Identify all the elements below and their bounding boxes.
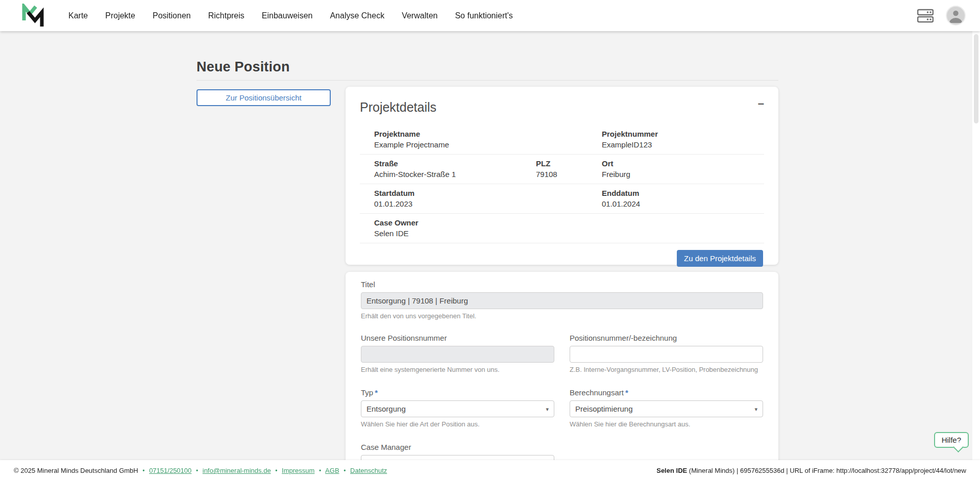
typ-helper: Wählen Sie hier die Art der Position aus… — [361, 420, 554, 428]
separator-dot: • — [344, 467, 346, 474]
unsere-positionsnummer-label: Unsere Positionsnummer — [361, 334, 554, 342]
positionsnummer-field: Positionsnummer/-bezeichnung Z.B. Intern… — [570, 334, 763, 373]
projektnummer-label: Projektnummer — [602, 130, 764, 138]
chevron-down-icon: ▾ — [546, 406, 549, 413]
mineral-minds-logo[interactable] — [21, 4, 48, 28]
projektname-label: Projektname — [374, 130, 602, 138]
form-grid: Unsere Positionsnummer Erhält eine syste… — [361, 334, 763, 472]
footer-link-phone[interactable]: 07151/250100 — [149, 467, 191, 474]
nav-item-verwalten[interactable]: Verwalten — [402, 11, 437, 20]
titel-label: Titel — [361, 280, 763, 289]
separator-dot: • — [319, 467, 321, 474]
positionsnummer-helper: Z.B. Interne-Vorgangsnummer, LV-Position… — [570, 366, 763, 373]
typ-label: Typ* — [361, 388, 554, 397]
titel-input — [361, 292, 763, 309]
new-position-form-card: Titel Erhält den von uns vorgegebenen Ti… — [346, 272, 778, 481]
typ-select-value: Entsorgung — [366, 404, 406, 413]
projektname-value: Example Projectname — [374, 140, 602, 149]
projektname-cell: Projektname Example Projectname — [374, 130, 602, 149]
enddatum-label: Enddatum — [602, 189, 764, 197]
strasse-label: Straße — [374, 159, 536, 168]
chevron-down-icon: ▾ — [754, 406, 757, 413]
server-icon[interactable] — [917, 9, 934, 23]
required-marker: * — [625, 388, 628, 397]
unsere-positionsnummer-input — [361, 346, 554, 363]
project-details-card: Projektdetails – Projektname Example Pro… — [346, 87, 778, 265]
footer: © 2025 Mineral Minds Deutschland GmbH • … — [0, 460, 980, 481]
plz-cell: PLZ 79108 — [536, 159, 602, 179]
page-title: Neue Position — [197, 59, 290, 75]
case-manager-label: Case Manager — [361, 443, 554, 451]
footer-link-agb[interactable]: AGB — [325, 467, 339, 474]
typ-field: Typ* Entsorgung ▾ Wählen Sie hier die Ar… — [361, 388, 554, 428]
separator-dot: • — [275, 467, 277, 474]
nav-item-richtpreis[interactable]: Richtpreis — [208, 11, 244, 20]
unsere-positionsnummer-helper: Erhält eine systemgenerierte Nummer von … — [361, 366, 554, 373]
ort-value: Freiburg — [602, 170, 764, 179]
strasse-value: Achim-Stocker-Straße 1 — [374, 170, 536, 179]
table-row: Startdatum 01.01.2023 Enddatum 01.01.202… — [360, 184, 764, 214]
footer-link-impressum[interactable]: Impressum — [282, 467, 314, 474]
startdatum-value: 01.01.2023 — [374, 199, 602, 208]
berechnungsart-select-value: Preisoptimierung — [575, 404, 633, 413]
session-info: (Mineral Minds) | 69576255536d | URL of … — [687, 467, 966, 474]
top-navbar: Karte Projekte Positionen Richtpreis Ein… — [0, 0, 980, 31]
typ-select[interactable]: Entsorgung ▾ — [361, 400, 554, 417]
nav-item-analyse-check[interactable]: Analyse Check — [330, 11, 384, 20]
back-to-positions-button[interactable]: Zur Positionsübersicht — [197, 89, 331, 106]
help-button-label: Hilfe? — [942, 436, 961, 444]
case-owner-label: Case Owner — [374, 218, 764, 227]
plz-value: 79108 — [536, 170, 602, 179]
separator-dot: • — [196, 467, 198, 474]
startdatum-cell: Startdatum 01.01.2023 — [374, 189, 602, 208]
berechnungsart-field: Berechnungsart* Preisoptimierung ▾ Wähle… — [570, 388, 763, 428]
projektnummer-value: ExampleID123 — [602, 140, 764, 149]
positionsnummer-label: Positionsnummer/-bezeichnung — [570, 334, 763, 342]
project-details-title: Projektdetails — [360, 100, 436, 115]
case-owner-value: Selen IDE — [374, 229, 764, 238]
copyright-text: © 2025 Mineral Minds Deutschland GmbH — [14, 467, 138, 474]
berechnungsart-helper: Wählen Sie hier die Berechnungsart aus. — [570, 420, 763, 428]
table-row: Straße Achim-Stocker-Straße 1 PLZ 79108 … — [360, 155, 764, 184]
nav-item-einbauweisen[interactable]: Einbauweisen — [262, 11, 313, 20]
nav-item-projekte[interactable]: Projekte — [105, 11, 135, 20]
positionsnummer-input[interactable] — [570, 346, 763, 363]
project-details-header: Projektdetails – — [360, 100, 764, 115]
nav-item-karte[interactable]: Karte — [68, 11, 88, 20]
scrollbar-thumb[interactable] — [974, 34, 978, 123]
typ-label-text: Typ — [361, 388, 373, 397]
berechnungsart-label: Berechnungsart* — [570, 388, 763, 397]
required-marker: * — [375, 388, 378, 397]
berechnungsart-label-text: Berechnungsart — [570, 388, 624, 397]
table-row: Case Owner Selen IDE — [360, 214, 764, 243]
separator-dot: • — [142, 467, 144, 474]
nav-item-so-funktionierts[interactable]: So funktioniert's — [455, 11, 512, 20]
enddatum-value: 01.01.2024 — [602, 199, 764, 208]
main-nav: Karte Projekte Positionen Richtpreis Ein… — [68, 11, 513, 20]
case-owner-cell: Case Owner Selen IDE — [374, 218, 764, 238]
footer-link-email[interactable]: info@mineral-minds.de — [203, 467, 271, 474]
table-row: Projektname Example Projectname Projektn… — [360, 125, 764, 155]
mineral-minds-logo-icon — [21, 4, 47, 28]
enddatum-cell: Enddatum 01.01.2024 — [602, 189, 764, 208]
collapse-icon[interactable]: – — [758, 100, 764, 107]
user-avatar-icon[interactable] — [947, 7, 965, 24]
nav-item-positionen[interactable]: Positionen — [153, 11, 191, 20]
scrollbar[interactable] — [972, 31, 980, 481]
footer-left: © 2025 Mineral Minds Deutschland GmbH • … — [14, 467, 387, 474]
berechnungsart-select[interactable]: Preisoptimierung ▾ — [570, 400, 763, 417]
session-status: Selen IDE (Mineral Minds) | 69576255536d… — [656, 467, 966, 474]
unsere-positionsnummer-field: Unsere Positionsnummer Erhält eine syste… — [361, 334, 554, 373]
titel-helper: Erhält den von uns vorgegebenen Titel. — [361, 312, 763, 320]
ort-cell: Ort Freiburg — [602, 159, 764, 179]
title-divider — [197, 80, 778, 81]
navbar-right — [917, 7, 965, 24]
project-card-actions: Zu den Projektdetails — [360, 243, 764, 273]
help-button[interactable]: Hilfe? — [934, 432, 969, 448]
projektnummer-cell: Projektnummer ExampleID123 — [602, 130, 764, 149]
strasse-cell: Straße Achim-Stocker-Straße 1 — [374, 159, 536, 179]
go-to-project-details-button[interactable]: Zu den Projektdetails — [677, 250, 763, 267]
footer-link-datenschutz[interactable]: Datenschutz — [350, 467, 387, 474]
startdatum-label: Startdatum — [374, 189, 602, 197]
project-details-table: Projektname Example Projectname Projektn… — [360, 125, 764, 243]
